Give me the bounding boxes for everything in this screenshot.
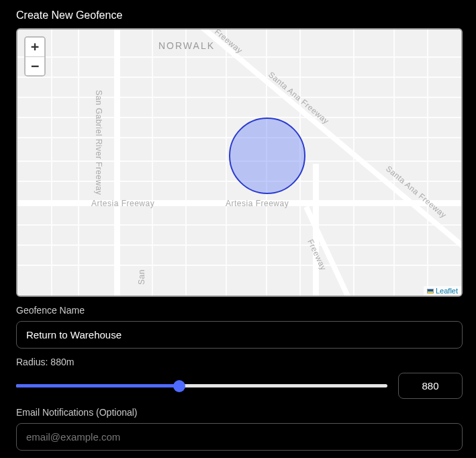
map-city-label: NORWALK	[158, 40, 215, 51]
radius-slider[interactable]	[16, 379, 387, 393]
zoom-controls: + −	[24, 36, 46, 77]
radius-value-input[interactable]: 880	[398, 373, 463, 399]
slider-thumb[interactable]	[173, 380, 185, 392]
map-road-label: Artesia Freeway	[226, 199, 289, 208]
geofence-circle[interactable]	[229, 118, 305, 194]
geofence-name-input[interactable]	[16, 321, 463, 349]
page-title: Create New Geofence	[16, 9, 463, 21]
slider-fill	[16, 384, 179, 387]
zoom-out-button[interactable]: −	[26, 56, 44, 75]
zoom-in-button[interactable]: +	[26, 38, 44, 56]
geofence-name-label: Geofence Name	[16, 305, 463, 316]
email-label: Email Notifications (Optional)	[16, 407, 463, 418]
map-road-label: San	[137, 269, 146, 285]
ukraine-flag-icon	[427, 289, 434, 293]
email-input[interactable]	[16, 423, 463, 451]
leaflet-link[interactable]: Leaflet	[436, 287, 458, 295]
radius-label: Radius: 880m	[16, 357, 463, 367]
map-attribution: Leaflet	[424, 286, 461, 295]
map-road-label: Artesia Freeway	[91, 199, 154, 208]
map-road-label: San Gabriel River Freeway	[94, 90, 103, 195]
map[interactable]: NORWALK San Gabriel River Freeway Santa …	[16, 28, 463, 297]
